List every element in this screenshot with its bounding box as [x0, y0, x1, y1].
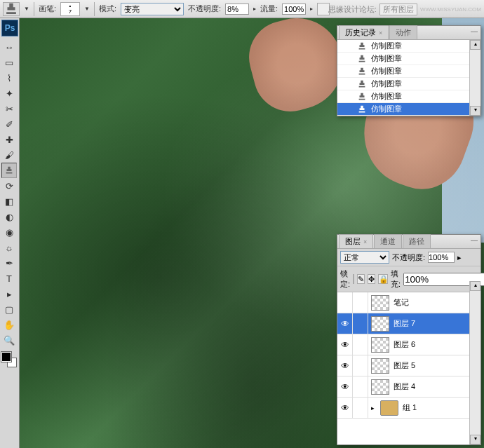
layer-thumbnail[interactable]: [371, 337, 389, 353]
clone-stamp-tool[interactable]: [1, 163, 17, 178]
layer-opacity-input[interactable]: [428, 252, 455, 263]
link-column[interactable]: [353, 292, 368, 313]
panel-menu-icon[interactable]: —: [469, 236, 479, 246]
layer-name[interactable]: 图层 4: [392, 381, 480, 392]
layer-row[interactable]: 👁图层 6: [337, 334, 480, 355]
visibility-toggle[interactable]: 👁: [337, 398, 353, 418]
panel-menu-icon[interactable]: —: [469, 27, 479, 37]
hand-tool[interactable]: ✋: [1, 317, 17, 332]
blend-mode-select[interactable]: 变亮: [121, 3, 184, 15]
history-item[interactable]: 仿制图章: [337, 78, 480, 90]
toolbox: ↔ ▭ ⌇ ✦ ✂ ✐ ✚ 🖌 ⟳ ◧ ◐ ◉ ☼ ✒ T ▸ ▢ ✋ 🔍: [1, 39, 18, 367]
brush-tool[interactable]: 🖌: [1, 147, 17, 163]
chevron-right-icon[interactable]: ▸: [457, 253, 462, 262]
path-select-tool[interactable]: ▸: [1, 286, 17, 301]
layer-name[interactable]: 图层 7: [392, 318, 480, 329]
layer-name[interactable]: 笔记: [392, 297, 480, 308]
layer-row[interactable]: 👁▸组 1: [337, 398, 480, 419]
blur-tool[interactable]: ◉: [1, 224, 17, 240]
brush-preset-picker[interactable]: •7: [60, 2, 80, 16]
layer-blend-mode-select[interactable]: 正常: [340, 251, 389, 264]
link-column[interactable]: [353, 334, 368, 355]
layer-thumbnail[interactable]: [371, 379, 389, 395]
move-tool[interactable]: ↔: [1, 39, 17, 55]
dodge-tool[interactable]: ☼: [1, 240, 17, 255]
tab-channels[interactable]: 通道: [374, 234, 402, 248]
rectangle-tool[interactable]: ▢: [1, 301, 17, 317]
lock-position-icon[interactable]: ✥: [368, 274, 375, 284]
opacity-input[interactable]: [225, 4, 249, 15]
layers-panel: 图层× 通道 路径 — 正常 不透明度: ▸ 锁定: ✎ ✥ 🔒 填充: ▸ 笔…: [337, 234, 481, 445]
pen-tool[interactable]: ✒: [1, 255, 17, 271]
flow-label: 流量:: [260, 4, 278, 14]
type-tool[interactable]: T: [1, 271, 17, 286]
clone-stamp-icon: [357, 67, 367, 76]
scroll-down-icon[interactable]: ▾: [470, 106, 480, 116]
history-list: 仿制图章仿制图章仿制图章仿制图章仿制图章仿制图章: [337, 40, 480, 116]
close-icon[interactable]: ×: [363, 238, 367, 245]
scrollbar[interactable]: ▴ ▾: [469, 40, 480, 116]
tab-paths[interactable]: 路径: [403, 234, 431, 248]
close-icon[interactable]: ×: [379, 29, 382, 36]
lock-transparency-icon[interactable]: [353, 274, 354, 284]
visibility-toggle[interactable]: 👁: [337, 313, 353, 334]
link-column[interactable]: [353, 376, 368, 397]
chevron-down-icon[interactable]: ▸: [253, 6, 256, 12]
layers-list: 笔记👁图层 7👁图层 6👁图层 5👁图层 4👁▸组 1: [337, 292, 480, 444]
layer-row[interactable]: 👁图层 5: [337, 355, 480, 376]
tab-history[interactable]: 历史记录×: [339, 25, 389, 39]
layer-thumbnail[interactable]: [380, 400, 398, 416]
visibility-toggle[interactable]: [337, 292, 353, 313]
tool-preset-picker[interactable]: [3, 2, 20, 16]
history-item[interactable]: 仿制图章: [337, 103, 480, 116]
color-swatches[interactable]: [1, 352, 17, 367]
scroll-up-icon[interactable]: ▴: [470, 281, 480, 291]
visibility-toggle[interactable]: 👁: [337, 376, 353, 397]
clone-stamp-icon: [357, 54, 367, 64]
layer-row[interactable]: 👁图层 4: [337, 376, 480, 398]
zoom-tool[interactable]: 🔍: [1, 332, 17, 348]
tab-actions[interactable]: 动作: [389, 25, 417, 39]
layer-row[interactable]: 笔记: [337, 292, 480, 313]
link-column[interactable]: [353, 355, 368, 376]
expand-icon[interactable]: ▸: [368, 405, 377, 412]
chevron-down-icon[interactable]: ▸: [310, 6, 313, 12]
history-item-label: 仿制图章: [371, 79, 402, 89]
layer-name[interactable]: 图层 5: [392, 360, 480, 371]
link-column[interactable]: [353, 313, 368, 334]
scroll-up-icon[interactable]: ▴: [470, 40, 480, 50]
layer-thumbnail[interactable]: [371, 358, 389, 374]
crop-tool[interactable]: ✂: [1, 101, 17, 116]
foreground-color-swatch[interactable]: [1, 352, 11, 362]
lock-pixels-icon[interactable]: ✎: [357, 274, 365, 284]
layer-thumbnail[interactable]: [371, 295, 389, 311]
history-brush-tool[interactable]: ⟳: [1, 178, 17, 194]
gradient-tool[interactable]: ◐: [1, 209, 17, 224]
scrollbar[interactable]: ▴ ▾: [469, 281, 480, 444]
layer-name[interactable]: 图层 6: [392, 339, 480, 350]
link-column[interactable]: [353, 398, 368, 418]
clone-stamp-icon: [357, 79, 367, 89]
layer-thumbnail[interactable]: [371, 316, 389, 332]
history-item[interactable]: 仿制图章: [337, 53, 480, 65]
visibility-toggle[interactable]: 👁: [337, 355, 353, 376]
history-item[interactable]: 仿制图章: [337, 65, 480, 78]
opacity-label: 不透明度:: [188, 4, 221, 14]
scroll-down-icon[interactable]: ▾: [470, 435, 480, 444]
eyedropper-tool[interactable]: ✐: [1, 116, 17, 132]
lock-all-icon[interactable]: 🔒: [378, 274, 388, 284]
marquee-tool[interactable]: ▭: [1, 55, 17, 70]
flow-input[interactable]: [282, 4, 306, 15]
history-item[interactable]: 仿制图章: [337, 40, 480, 53]
healing-tool[interactable]: ✚: [1, 132, 17, 147]
lasso-tool[interactable]: ⌇: [1, 70, 17, 86]
layer-row[interactable]: 👁图层 7: [337, 313, 480, 334]
history-item-label: 仿制图章: [371, 91, 402, 102]
history-item-label: 仿制图章: [371, 66, 402, 76]
visibility-toggle[interactable]: 👁: [337, 334, 353, 355]
watermark: 思缘设计论坛: 所有图层 WWW.MISSYUAN.COM: [328, 4, 481, 15]
tab-layers[interactable]: 图层×: [339, 234, 373, 248]
history-item[interactable]: 仿制图章: [337, 90, 480, 103]
wand-tool[interactable]: ✦: [1, 86, 17, 101]
eraser-tool[interactable]: ◧: [1, 194, 17, 209]
